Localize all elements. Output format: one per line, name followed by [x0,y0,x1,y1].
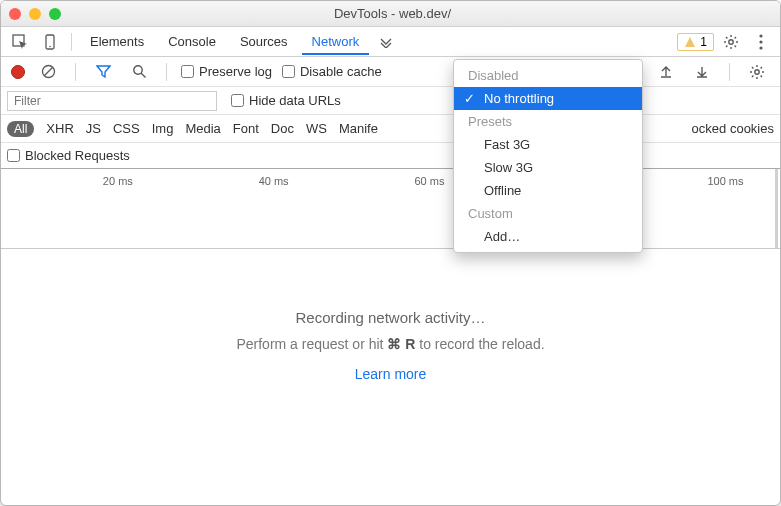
learn-more-link[interactable]: Learn more [355,366,427,382]
warnings-badge[interactable]: 1 [677,33,714,51]
svg-line-16 [44,67,52,75]
disable-cache-label: Disable cache [300,64,382,79]
empty-heading: Recording network activity… [1,309,780,326]
type-js[interactable]: JS [86,121,101,136]
close-window-icon[interactable] [9,8,21,20]
network-toolbar: Preserve log Disable cache [1,57,780,87]
throttling-slow-3g[interactable]: Slow 3G [454,156,642,179]
settings-icon[interactable] [718,31,744,53]
throttling-add[interactable]: Add… [454,225,642,248]
tab-network[interactable]: Network [302,28,370,55]
type-xhr[interactable]: XHR [46,121,73,136]
tick-label: 100 ms [707,175,743,187]
type-ws[interactable]: WS [306,121,327,136]
type-doc[interactable]: Doc [271,121,294,136]
svg-point-2 [49,45,51,47]
record-button[interactable] [11,65,25,79]
shortcut-key: ⌘ R [387,336,415,352]
timeline-overview[interactable]: 20 ms 40 ms 60 ms 100 ms [1,169,780,249]
more-tabs-icon[interactable] [373,31,399,53]
devtools-window: DevTools - web.dev/ Elements Console Sou… [0,0,781,506]
hide-data-urls-label: Hide data URLs [249,93,341,108]
tick-label: 20 ms [103,175,133,187]
hide-data-urls-input[interactable] [231,94,244,107]
inspect-icon[interactable] [7,31,33,53]
svg-line-11 [735,37,736,38]
type-manifest[interactable]: Manife [339,121,378,136]
filter-row: Hide data URLs [1,87,780,115]
svg-point-12 [759,34,762,37]
tab-sources[interactable]: Sources [230,28,298,55]
blocked-requests-label: Blocked Requests [25,148,130,163]
svg-line-8 [726,37,727,38]
tab-elements[interactable]: Elements [80,28,154,55]
throttling-fast-3g[interactable]: Fast 3G [454,133,642,156]
svg-point-13 [759,40,762,43]
svg-line-10 [726,45,727,46]
throttling-no-throttling[interactable]: No throttling [454,87,642,110]
panel-tabs: Elements Console Sources Network 1 [1,27,780,57]
export-har-icon[interactable] [689,61,715,83]
resource-type-row: All XHR JS CSS Img Media Font Doc WS Man… [1,115,780,143]
maximize-window-icon[interactable] [49,8,61,20]
clear-icon[interactable] [35,61,61,83]
dropdown-group-custom: Custom [454,202,642,225]
svg-point-19 [755,69,759,73]
import-har-icon[interactable] [653,61,679,83]
type-font[interactable]: Font [233,121,259,136]
preserve-log-label: Preserve log [199,64,272,79]
svg-line-24 [752,67,753,68]
blocked-requests-row: Blocked Requests [1,143,780,169]
svg-line-18 [141,73,145,77]
svg-point-14 [759,46,762,49]
tab-console[interactable]: Console [158,28,226,55]
device-toggle-icon[interactable] [37,31,63,53]
kebab-menu-icon[interactable] [748,31,774,53]
svg-point-17 [133,66,141,74]
window-title: DevTools - web.dev/ [61,6,724,21]
network-settings-icon[interactable] [744,61,770,83]
throttling-offline[interactable]: Offline [454,179,642,202]
blocked-requests-input[interactable] [7,149,20,162]
filter-input[interactable] [7,91,217,111]
empty-hint: Perform a request or hit ⌘ R to record t… [1,336,780,352]
minimize-window-icon[interactable] [29,8,41,20]
window-controls [9,8,61,20]
throttling-dropdown: Disabled No throttling Presets Fast 3G S… [453,59,643,253]
preserve-log-input[interactable] [181,65,194,78]
svg-line-26 [752,75,753,76]
blocked-requests-checkbox[interactable]: Blocked Requests [7,148,130,163]
empty-state: Recording network activity… Perform a re… [1,249,780,422]
type-media[interactable]: Media [185,121,220,136]
svg-point-3 [729,39,733,43]
svg-line-9 [735,45,736,46]
preserve-log-checkbox[interactable]: Preserve log [181,64,272,79]
blocked-cookies-partial[interactable]: ocked cookies [692,121,774,136]
disable-cache-input[interactable] [282,65,295,78]
hide-data-urls-checkbox[interactable]: Hide data URLs [231,93,341,108]
warnings-count: 1 [700,35,707,49]
svg-line-25 [761,75,762,76]
type-all[interactable]: All [7,121,34,137]
type-css[interactable]: CSS [113,121,140,136]
dropdown-group-disabled: Disabled [454,64,642,87]
dropdown-group-presets: Presets [454,110,642,133]
search-icon[interactable] [126,61,152,83]
tick-label: 40 ms [259,175,289,187]
filter-icon[interactable] [90,61,116,83]
tick-label: 60 ms [414,175,444,187]
svg-line-27 [761,67,762,68]
type-img[interactable]: Img [152,121,174,136]
disable-cache-checkbox[interactable]: Disable cache [282,64,382,79]
titlebar: DevTools - web.dev/ [1,1,780,27]
